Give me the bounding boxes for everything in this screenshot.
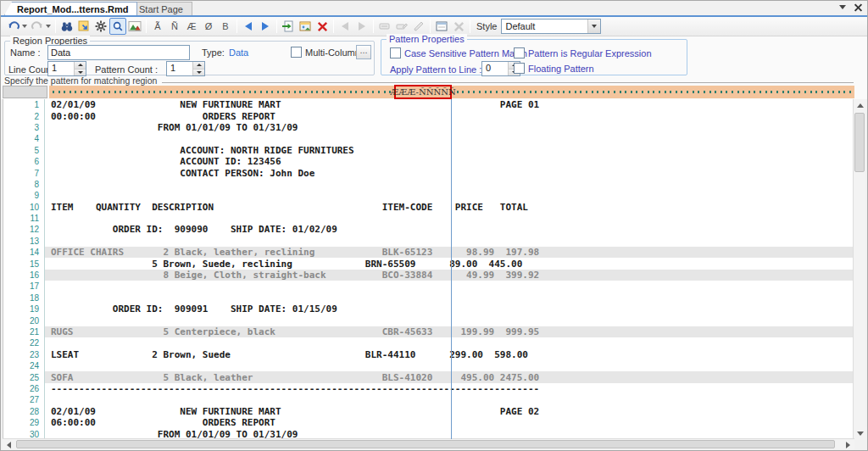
document-line[interactable]: 7 CONTACT PERSON: John Doe — [3, 167, 854, 178]
export-region-button[interactable] — [280, 18, 297, 35]
document-line[interactable]: 2906:00:00 ORDERS REPORT — [3, 417, 854, 428]
style-combobox[interactable]: Default — [501, 19, 601, 34]
vertical-scroll-thumb[interactable] — [854, 113, 865, 172]
document-line[interactable]: 13 — [3, 236, 854, 247]
region-name-value: Data — [51, 47, 70, 58]
document-line[interactable]: 25SOFA 5 Black, leather BLS-41020 495.00… — [3, 371, 854, 382]
delete-x-disabled-icon — [453, 20, 465, 33]
line-number: 22 — [3, 337, 45, 348]
document-line[interactable]: 2802/01/09 NEW FURTINURE MART PAGE 02 — [3, 406, 854, 417]
region-name-input[interactable]: Data — [47, 45, 190, 60]
arrow-right-icon — [262, 22, 269, 31]
report-document-view[interactable]: 102/01/09 NEW FURTINURE MART PAGE 01200:… — [3, 99, 854, 440]
document-line[interactable]: 18 — [3, 292, 854, 303]
horizontal-scrollbar[interactable] — [3, 438, 854, 449]
document-line[interactable]: 12 ORDER ID: 909090 SHIP DATE: 01/02/09 — [3, 224, 854, 235]
pattern-chart-button[interactable] — [126, 18, 143, 35]
pattern-char-alpha-button[interactable]: Ã — [149, 18, 166, 35]
arrow-left-disabled-icon — [342, 22, 348, 31]
line-number: 15 — [3, 258, 45, 269]
document-line[interactable]: 3 FROM 01/01/09 TO 01/31/09 — [3, 122, 854, 133]
settings-button[interactable] — [92, 18, 109, 35]
report-preview-button[interactable] — [297, 18, 314, 35]
line-text: ITEM QUANTITY DESCRIPTION ITEM-CODE PRIC… — [45, 202, 854, 213]
spin-down-button[interactable] — [75, 70, 86, 76]
scroll-left-button[interactable] — [3, 439, 15, 450]
document-line[interactable]: 16 8 Beige, Cloth, straight-back BCO-338… — [3, 270, 854, 281]
pattern-note-button[interactable] — [75, 18, 92, 35]
document-line[interactable]: 17 — [3, 281, 854, 292]
document-line[interactable]: 19 ORDER ID: 909091 SHIP DATE: 01/15/09 — [3, 303, 854, 315]
undo-button[interactable] — [5, 18, 22, 35]
scroll-up-button[interactable] — [854, 99, 866, 112]
document-line[interactable]: 24 — [3, 360, 854, 371]
find-button[interactable] — [58, 18, 75, 35]
window-list-caret-icon[interactable] — [839, 5, 846, 9]
document-line[interactable]: 6 ACCOUNT ID: 123456 — [3, 156, 854, 167]
floating-pattern-checkbox[interactable] — [514, 63, 525, 74]
line-number: 7 — [3, 167, 45, 178]
pattern-char-alphanumeric-button[interactable]: Æ — [183, 18, 200, 35]
document-line[interactable]: 23LSEAT 2 Brown, Suede BLR-44110 299.00 … — [3, 349, 854, 360]
document-line[interactable]: 14OFFICE CHAIRS 2 Black, leather, reclin… — [3, 247, 854, 258]
redo-history-caret-icon[interactable] — [46, 25, 51, 28]
style-label: Style — [476, 21, 497, 31]
field-properties-button[interactable] — [433, 18, 450, 35]
magnifier-icon — [112, 20, 124, 32]
scroll-down-button[interactable] — [854, 427, 866, 440]
document-line[interactable]: 22 — [3, 337, 854, 348]
style-combobox-caret[interactable] — [587, 19, 600, 33]
vertical-scrollbar[interactable] — [853, 99, 865, 440]
delete-field-button[interactable] — [450, 18, 467, 35]
regex-checkbox[interactable] — [514, 47, 525, 58]
line-text — [45, 337, 854, 348]
zoom-preview-button[interactable] — [109, 18, 126, 35]
pattern-char-any-button[interactable]: Ø — [200, 18, 217, 35]
document-line[interactable]: 5 ACCOUNT: NORTH RIDGE FURNITURES — [3, 145, 854, 156]
multi-column-ellipsis-button[interactable]: ... — [356, 45, 371, 59]
spin-down-button[interactable] — [193, 70, 204, 76]
horizontal-scroll-thumb[interactable] — [16, 440, 835, 448]
multi-column-checkbox[interactable] — [291, 47, 302, 58]
pattern-match-box[interactable]: ÆÆÆ-ÑÑÑÑÑ — [394, 85, 452, 99]
case-sensitive-checkbox[interactable] — [390, 47, 401, 58]
type-label: Type: — [202, 47, 225, 58]
edit-field-button[interactable] — [393, 18, 410, 35]
line-text: 5 Brown, Suede, reclining BRN-65509 89.0… — [45, 258, 854, 269]
previous-match-button[interactable] — [240, 18, 257, 35]
pattern-strip[interactable]: ÆÆÆ-ÑÑÑÑÑ — [49, 86, 854, 98]
document-line[interactable]: 27 — [3, 394, 854, 405]
next-match-button[interactable] — [257, 18, 274, 35]
spin-up-button[interactable] — [193, 62, 204, 70]
scroll-right-button[interactable] — [842, 439, 854, 450]
tab-report-model[interactable]: Report_Mod...tterns.Rmd — [4, 2, 137, 15]
delete-region-button[interactable] — [314, 18, 331, 35]
pattern-char-blank-button[interactable]: B — [217, 18, 234, 35]
redo-button[interactable] — [29, 18, 46, 35]
document-lines: 102/01/09 NEW FURTINURE MART PAGE 01200:… — [3, 99, 854, 440]
document-line[interactable]: 11 — [3, 213, 854, 224]
previous-field-button[interactable] — [337, 18, 353, 35]
next-field-button[interactable] — [353, 18, 370, 35]
field-format-button[interactable] — [410, 18, 427, 35]
document-line[interactable]: 21RUGS 5 Centerpiece, black CBR-45633 19… — [3, 326, 854, 337]
close-icon[interactable] — [854, 3, 862, 11]
line-number: 25 — [3, 371, 45, 382]
pattern-char-numeric-button[interactable]: Ñ — [166, 18, 183, 35]
pattern-count-spinner[interactable]: 1 — [166, 61, 205, 76]
document-line[interactable]: 102/01/09 NEW FURTINURE MART PAGE 01 — [3, 99, 854, 110]
line-text: SOFA 5 Black, leather BLS-41020 495.00 2… — [45, 371, 854, 382]
document-line[interactable]: 20 — [3, 315, 854, 326]
line-count-spinner[interactable]: 1 — [47, 61, 86, 76]
undo-history-caret-icon[interactable] — [22, 25, 27, 28]
line-number: 29 — [3, 417, 45, 428]
spin-up-button[interactable] — [75, 62, 86, 70]
document-line[interactable]: 15 5 Brown, Suede, reclining BRN-65509 8… — [3, 258, 854, 269]
document-line[interactable]: 8 — [3, 179, 854, 190]
document-line[interactable]: 9 — [3, 190, 854, 201]
document-line[interactable]: 200:00:00 ORDERS REPORT — [3, 110, 854, 121]
document-line[interactable]: 26--------------------------------------… — [3, 383, 854, 394]
add-field-button[interactable] — [376, 18, 393, 35]
document-line[interactable]: 10ITEM QUANTITY DESCRIPTION ITEM-CODE PR… — [3, 202, 854, 213]
document-line[interactable]: 4 — [3, 133, 854, 144]
